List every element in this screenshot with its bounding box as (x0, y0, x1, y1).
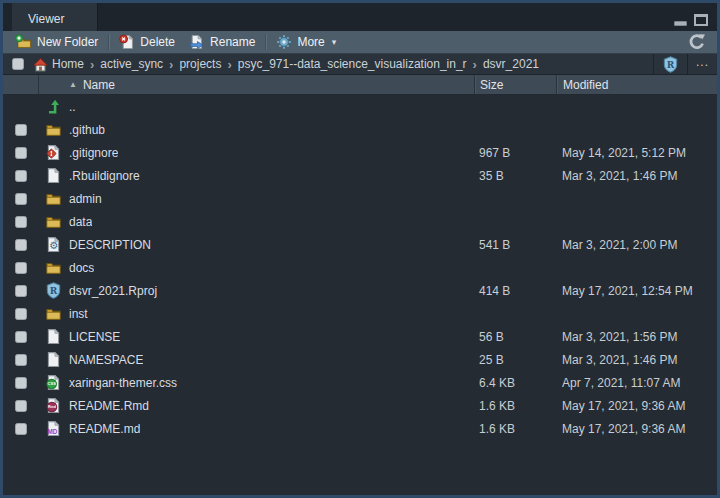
table-row: RmdREADME.Rmd1.6 KBMay 17, 2021, 9:36 AM (3, 394, 717, 417)
row-icon-cell: R (39, 279, 67, 302)
file-name[interactable]: dsvr_2021.Rproj (69, 284, 157, 298)
row-checkbox[interactable] (15, 354, 27, 366)
row-select-cell (3, 210, 39, 233)
refresh-button[interactable] (682, 31, 712, 53)
breadcrumb-overflow-button[interactable]: ... (687, 54, 717, 74)
row-checkbox[interactable] (15, 193, 27, 205)
delete-icon (119, 34, 135, 50)
file-name[interactable]: .github (69, 123, 105, 137)
table-row: ⚙DESCRIPTION541 BMar 3, 2021, 2:00 PM (3, 233, 717, 256)
folder-icon (45, 190, 62, 207)
toolbar-divider (265, 34, 266, 50)
file-name[interactable]: .. (69, 100, 76, 114)
file-name[interactable]: .Rbuildignore (69, 169, 140, 183)
row-icon-cell (39, 164, 67, 187)
file-name[interactable]: LICENSE (69, 330, 120, 344)
row-checkbox[interactable] (15, 285, 27, 297)
maximize-icon[interactable] (694, 14, 708, 26)
file-name[interactable]: README.md (69, 422, 140, 436)
header-select-column (3, 75, 39, 94)
pane-tab-bar: FilesPlotsPackagesHelpViewer (3, 3, 717, 31)
file-modified (556, 256, 717, 279)
row-icon-cell: CSS (39, 371, 67, 394)
row-name-cell: dsvr_2021.Rproj (67, 279, 474, 302)
svg-text:R: R (667, 59, 675, 69)
row-checkbox[interactable] (15, 262, 27, 274)
file-modified (556, 95, 717, 118)
row-select-cell (3, 164, 39, 187)
row-icon-cell (39, 325, 67, 348)
chevron-down-icon: ▾ (332, 37, 337, 47)
file-size: 541 B (474, 233, 556, 256)
row-checkbox[interactable] (15, 239, 27, 251)
project-badge-cell: R (653, 54, 687, 74)
more-button[interactable]: More ▾ (269, 31, 343, 53)
breadcrumb: Home›active_sync›projects›psyc_971--data… (3, 54, 717, 75)
row-select-cell (3, 95, 39, 118)
breadcrumb-item[interactable]: dsvr_2021 (483, 57, 539, 71)
table-row: inst (3, 302, 717, 325)
file-name[interactable]: DESCRIPTION (69, 238, 151, 252)
delete-button[interactable]: Delete (112, 31, 182, 53)
tab-viewer[interactable]: Viewer (12, 7, 98, 31)
header-modified-label: Modified (563, 78, 608, 92)
row-checkbox[interactable] (15, 170, 27, 182)
file-name[interactable]: data (69, 215, 92, 229)
row-checkbox[interactable] (15, 308, 27, 320)
row-icon-cell: MD (39, 417, 67, 440)
file-modified (556, 187, 717, 210)
minimize-icon[interactable] (674, 21, 687, 26)
breadcrumb-item[interactable]: Home (52, 57, 84, 71)
delete-label: Delete (140, 35, 175, 49)
row-checkbox[interactable] (15, 331, 27, 343)
row-checkbox[interactable] (15, 423, 27, 435)
row-checkbox[interactable] (15, 377, 27, 389)
file-name[interactable]: inst (69, 307, 88, 321)
file-modified: May 17, 2021, 9:36 AM (556, 417, 717, 440)
chevron-right-icon: › (90, 58, 94, 71)
file-name[interactable]: README.Rmd (69, 399, 149, 413)
file-modified: Mar 3, 2021, 1:46 PM (556, 348, 717, 371)
row-checkbox[interactable] (15, 147, 27, 159)
row-name-cell: inst (67, 302, 474, 325)
row-select-cell (3, 348, 39, 371)
file-name[interactable]: admin (69, 192, 102, 206)
header-modified[interactable]: Modified (556, 75, 717, 94)
row-checkbox[interactable] (15, 124, 27, 136)
file-name[interactable]: docs (69, 261, 94, 275)
new-folder-button[interactable]: New Folder (8, 31, 105, 53)
table-row: data (3, 210, 717, 233)
file-gear-icon: ⚙ (45, 236, 62, 253)
svg-text:Rmd: Rmd (47, 405, 55, 409)
chevron-right-icon: › (227, 58, 231, 71)
row-select-cell (3, 325, 39, 348)
rename-button[interactable]: Rename (182, 31, 262, 53)
file-size: 56 B (474, 325, 556, 348)
file-icon (45, 351, 62, 368)
row-checkbox[interactable] (15, 400, 27, 412)
svg-text:MD: MD (47, 428, 57, 435)
breadcrumb-item[interactable]: projects (179, 57, 221, 71)
toolbar-divider (108, 34, 109, 50)
row-name-cell: xaringan-themer.css (67, 371, 474, 394)
breadcrumb-item[interactable]: active_sync (100, 57, 163, 71)
file-size: 6.4 KB (474, 371, 556, 394)
row-select-cell (3, 118, 39, 141)
folder-icon (45, 305, 62, 322)
row-checkbox[interactable] (15, 216, 27, 228)
header-size[interactable]: Size (474, 75, 556, 94)
row-name-cell: docs (67, 256, 474, 279)
tab-help[interactable]: Help (12, 0, 98, 7)
breadcrumb-item[interactable]: psyc_971--data_science_visualization_in_… (238, 57, 467, 71)
tab-label: Viewer (28, 12, 64, 26)
file-size: 1.6 KB (474, 394, 556, 417)
table-row: .Rbuildignore35 BMar 3, 2021, 1:46 PM (3, 164, 717, 187)
file-name[interactable]: xaringan-themer.css (69, 376, 177, 390)
select-all-checkbox[interactable] (12, 58, 24, 70)
file-name[interactable]: .gitignore (69, 146, 118, 160)
home-icon[interactable] (32, 56, 49, 72)
file-name[interactable]: NAMESPACE (69, 353, 143, 367)
file-list: ...github.gitignore967 BMay 14, 2021, 5:… (3, 95, 717, 495)
header-name[interactable]: ▲ Name (67, 75, 474, 94)
row-select-cell (3, 394, 39, 417)
